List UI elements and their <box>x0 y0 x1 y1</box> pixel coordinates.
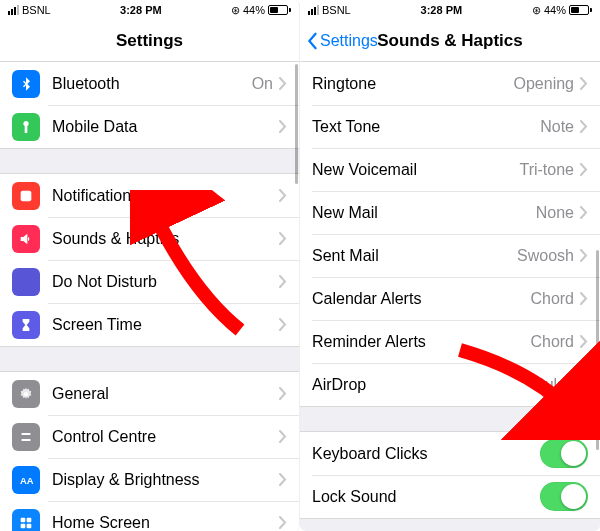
chevron-right-icon <box>279 387 287 400</box>
row-new-voicemail[interactable]: New Voicemail Tri-tone <box>300 148 600 191</box>
row-sent-mail[interactable]: Sent Mail Swoosh <box>300 234 600 277</box>
row-value: Pulse <box>534 376 574 394</box>
chevron-right-icon <box>580 249 588 262</box>
row-label: Sounds & Haptics <box>52 230 279 248</box>
chevron-right-icon <box>279 516 287 529</box>
chevron-right-icon <box>279 318 287 331</box>
group-separator <box>300 406 600 432</box>
speaker-icon <box>12 225 40 253</box>
status-time: 3:28 PM <box>421 4 463 16</box>
toggle-keyboard-clicks[interactable] <box>540 439 588 468</box>
notifications-icon <box>12 182 40 210</box>
status-time: 3:28 PM <box>120 4 162 16</box>
signal-icon <box>8 5 19 15</box>
row-ringtone[interactable]: Ringtone Opening <box>300 62 600 105</box>
row-label: Keyboard Clicks <box>312 445 540 463</box>
status-bar: BSNL 3:28 PM ⊛ 44% <box>0 0 299 20</box>
svg-rect-5 <box>21 517 26 522</box>
row-label: Bluetooth <box>52 75 252 93</box>
row-label: New Voicemail <box>312 161 519 179</box>
row-value: On <box>252 75 273 93</box>
chevron-right-icon <box>580 378 588 391</box>
group-separator <box>0 148 299 174</box>
row-label: Calendar Alerts <box>312 290 530 308</box>
row-calendar-alerts[interactable]: Calendar Alerts Chord <box>300 277 600 320</box>
status-bar: BSNL 3:28 PM ⊛ 44% <box>300 0 600 20</box>
battery-pct: 44% <box>243 4 265 16</box>
hourglass-icon <box>12 311 40 339</box>
row-screen-time[interactable]: Screen Time <box>0 303 299 346</box>
row-reminder-alerts[interactable]: Reminder Alerts Chord <box>300 320 600 363</box>
row-label: Screen Time <box>52 316 279 334</box>
row-control-centre[interactable]: Control Centre <box>0 415 299 458</box>
row-new-mail[interactable]: New Mail None <box>300 191 600 234</box>
screenshot-container: BSNL 3:28 PM ⊛ 44% Settings Bluetooth On… <box>0 0 600 531</box>
row-sounds-haptics[interactable]: Sounds & Haptics <box>0 217 299 260</box>
row-label: New Mail <box>312 204 536 222</box>
row-value: Opening <box>514 75 575 93</box>
row-label: Mobile Data <box>52 118 279 136</box>
row-label: Reminder Alerts <box>312 333 530 351</box>
row-display-brightness[interactable]: AA Display & Brightness <box>0 458 299 501</box>
nav-bar: Settings <box>0 20 299 62</box>
chevron-right-icon <box>279 77 287 90</box>
back-button[interactable]: Settings <box>306 20 378 61</box>
row-label: Text Tone <box>312 118 540 136</box>
alarm-icon: ⊛ <box>231 4 240 17</box>
group-separator <box>0 346 299 372</box>
phone-sounds-haptics: BSNL 3:28 PM ⊛ 44% Settings Sounds & Hap… <box>300 0 600 531</box>
page-title: Sounds & Haptics <box>377 31 522 51</box>
chevron-right-icon <box>580 120 588 133</box>
toggle-lock-sound[interactable] <box>540 482 588 511</box>
row-bluetooth[interactable]: Bluetooth On <box>0 62 299 105</box>
scroll-indicator <box>596 250 599 450</box>
scroll-indicator <box>295 64 298 184</box>
row-mobile-data[interactable]: Mobile Data <box>0 105 299 148</box>
svg-rect-0 <box>21 190 32 201</box>
svg-rect-3 <box>21 439 30 441</box>
row-label: Lock Sound <box>312 488 540 506</box>
row-label: AirDrop <box>312 376 534 394</box>
row-keyboard-clicks[interactable]: Keyboard Clicks <box>300 432 600 475</box>
chevron-right-icon <box>580 206 588 219</box>
row-value: None <box>536 204 574 222</box>
row-value: Swoosh <box>517 247 574 265</box>
row-lock-sound[interactable]: Lock Sound <box>300 475 600 518</box>
row-notifications[interactable]: Notifications <box>0 174 299 217</box>
row-value: Chord <box>530 290 574 308</box>
page-title: Settings <box>116 31 183 51</box>
back-label: Settings <box>320 32 378 50</box>
row-text-tone[interactable]: Text Tone Note <box>300 105 600 148</box>
nav-bar: Settings Sounds & Haptics <box>300 20 600 62</box>
svg-text:AA: AA <box>20 476 34 486</box>
group-separator <box>300 518 600 531</box>
chevron-right-icon <box>279 120 287 133</box>
svg-rect-6 <box>27 517 32 522</box>
chevron-right-icon <box>580 292 588 305</box>
row-home-screen[interactable]: Home Screen <box>0 501 299 531</box>
sounds-list[interactable]: Ringtone Opening Text Tone Note New Voic… <box>300 62 600 531</box>
chevron-right-icon <box>580 77 588 90</box>
battery-icon <box>268 5 291 15</box>
phone-settings: BSNL 3:28 PM ⊛ 44% Settings Bluetooth On… <box>0 0 300 531</box>
row-airdrop[interactable]: AirDrop Pulse <box>300 363 600 406</box>
alarm-icon: ⊛ <box>532 4 541 17</box>
carrier-label: BSNL <box>322 4 351 16</box>
settings-list[interactable]: Bluetooth On Mobile Data Notifications S… <box>0 62 299 531</box>
svg-rect-7 <box>21 523 26 528</box>
battery-pct: 44% <box>544 4 566 16</box>
chevron-right-icon <box>580 335 588 348</box>
bluetooth-icon <box>12 70 40 98</box>
grid-icon <box>12 509 40 532</box>
svg-rect-2 <box>21 433 30 435</box>
row-label: General <box>52 385 279 403</box>
row-general[interactable]: General <box>0 372 299 415</box>
row-value: Note <box>540 118 574 136</box>
carrier-label: BSNL <box>22 4 51 16</box>
row-value: Tri-tone <box>519 161 574 179</box>
row-label: Home Screen <box>52 514 279 532</box>
svg-rect-8 <box>27 523 32 528</box>
row-do-not-disturb[interactable]: Do Not Disturb <box>0 260 299 303</box>
moon-icon <box>12 268 40 296</box>
row-value: Chord <box>530 333 574 351</box>
